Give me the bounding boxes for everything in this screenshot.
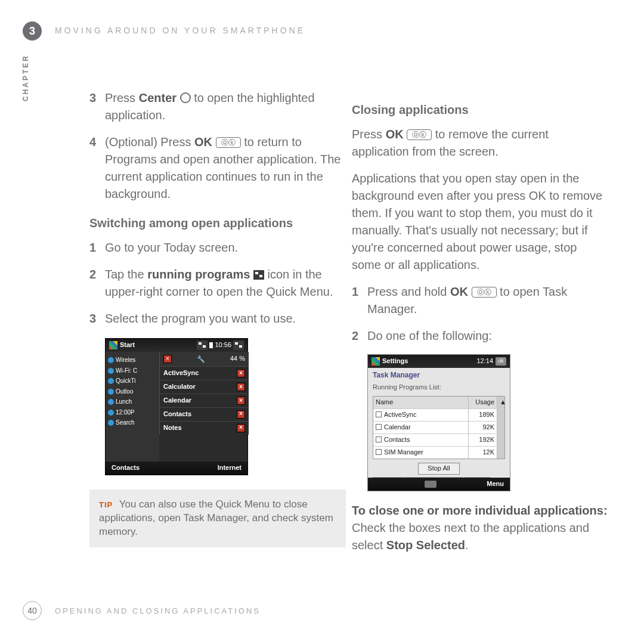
close-icon: × (163, 355, 172, 363)
s1-clock: 10:56 (215, 340, 231, 350)
task-row: ActiveSync189K (373, 408, 504, 421)
app-icon (108, 389, 114, 395)
today-item: Search (108, 419, 157, 428)
today-item: Outloo (108, 388, 157, 397)
numbered-step: 3Select the program you want to use. (89, 310, 346, 327)
quick-menu-icon (233, 340, 244, 350)
ok-key-icon: ⓞⓚ (407, 129, 432, 140)
s1-start-label: Start (120, 340, 135, 350)
s2-softkey-right: Menu (487, 479, 504, 489)
left-column: 3Press Center to open the highlighted ap… (89, 89, 346, 547)
today-item: QuickTi (108, 377, 157, 386)
center-circle-icon (180, 92, 191, 103)
numbered-step: 3Press Center to open the highlighted ap… (89, 89, 346, 124)
manual-page: 3 MOVING AROUND ON YOUR SMARTPHONE CHAPT… (0, 0, 644, 644)
app-icon (108, 420, 114, 426)
close-individual-para: To close one or more individual applicat… (352, 502, 608, 554)
col-name: Name (373, 397, 469, 408)
running-head: MOVING AROUND ON YOUR SMARTPHONE (55, 26, 305, 35)
task-row: Calendar92K (373, 421, 504, 434)
numbered-step: 4(Optional) Press OK ⓞⓚ to return to Pro… (89, 134, 346, 203)
numbered-step: 2Tap the running programs icon in the up… (89, 266, 346, 301)
stop-all-button: Stop All (418, 463, 460, 475)
s1-status-bar: Start 10:56 (106, 339, 247, 352)
windows-flag-icon (371, 357, 380, 366)
col-usage: Usage (469, 397, 497, 408)
today-item: Wi-Fi: C (108, 367, 157, 376)
checkbox (376, 424, 382, 430)
closing-para-1: Press OK ⓞⓚ to remove the current applic… (352, 126, 608, 160)
ok-button-icon: ok (496, 357, 506, 366)
s1-quick-menu-panel: × 🔧 44 % ActiveSync×Calculator×Calendar×… (159, 352, 249, 435)
scrollbar-up-icon: ▲ (497, 397, 504, 408)
ok-key-icon: ⓞⓚ (472, 287, 497, 298)
closing-para-2: Applications that you open stay open in … (352, 170, 608, 274)
task-row: Contacts192K (373, 434, 504, 446)
signal-icon (209, 342, 213, 348)
today-item: Wireles (108, 356, 157, 365)
wrench-icon: 🔧 (197, 355, 205, 363)
numbered-step: 1Press and hold OK ⓞⓚ to open Task Manag… (352, 283, 608, 318)
task-manager-table: Name Usage ▲ ActiveSync189KCalendar92KCo… (373, 396, 505, 459)
quick-menu-item: Calculator× (160, 380, 249, 394)
numbered-step: 1Go to your Today screen. (89, 239, 346, 256)
app-icon (108, 378, 114, 384)
checkbox (376, 411, 382, 417)
task-row: SIM Manager12K (373, 446, 504, 459)
app-icon (108, 357, 114, 363)
tip-label: TIP (99, 500, 113, 509)
s1-softkey-right: Internet (218, 463, 242, 473)
right-column: Closing applications Press OK ⓞⓚ to remo… (352, 89, 608, 564)
s2-titlebar: Settings (382, 357, 408, 366)
app-icon (108, 399, 114, 405)
screenshot-task-manager: Settings 12:14 ok Task Manager Running P… (367, 354, 510, 491)
close-icon: × (237, 369, 245, 377)
screenshot-quick-menu: Start 10:56 WirelesWi-Fi: CQuickTiOutloo… (105, 338, 248, 475)
app-icon (108, 410, 114, 416)
checkbox (376, 449, 382, 455)
running-programs-icon (197, 340, 208, 350)
today-item: 12:00P (108, 408, 157, 417)
tip-box: TIP You can also use the Quick Menu to c… (89, 490, 346, 547)
today-item: Lunch (108, 398, 157, 407)
s1-today-items: WirelesWi-Fi: CQuickTiOutlooLunch12:00PS… (106, 352, 159, 463)
close-icon: × (237, 383, 245, 391)
chapter-vertical-label: CHAPTER (21, 54, 30, 101)
s2-clock: 12:14 (476, 357, 493, 366)
task-manager-title: Task Manager (368, 368, 510, 383)
task-manager-subtitle: Running Programs List: (368, 383, 510, 396)
page-number-badge: 40 (23, 601, 42, 620)
checkbox (376, 436, 382, 442)
tip-text: You can also use the Quick Menu to close… (99, 499, 333, 537)
close-icon: × (237, 424, 245, 432)
numbered-step: 2Do one of the following: (352, 327, 608, 345)
app-icon (108, 368, 114, 374)
quick-menu-item: ActiveSync× (160, 366, 249, 380)
windows-flag-icon (109, 341, 117, 349)
heading-closing: Closing applications (352, 101, 608, 119)
s1-softkey-left: Contacts (112, 463, 140, 473)
heading-switching: Switching among open applications (89, 215, 346, 232)
close-icon: × (237, 410, 245, 419)
close-icon: × (237, 397, 245, 405)
ok-key-icon: ⓞⓚ (216, 137, 241, 148)
chapter-number-badge: 3 (23, 21, 42, 41)
running-programs-icon (253, 270, 264, 280)
quick-menu-item: Notes× (160, 421, 249, 435)
s1-battery: 44 % (230, 354, 245, 364)
footer-section: OPENING AND CLOSING APPLICATIONS (55, 606, 261, 615)
keyboard-icon (425, 481, 436, 488)
quick-menu-item: Calendar× (160, 394, 249, 407)
quick-menu-item: Contacts× (160, 407, 249, 421)
